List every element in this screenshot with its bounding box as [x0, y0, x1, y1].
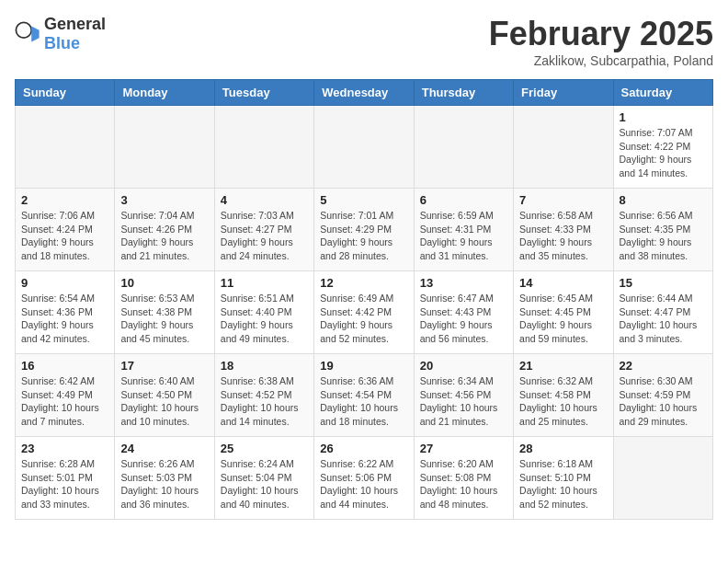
day-info: Sunrise: 6:51 AM Sunset: 4:40 PM Dayligh…: [221, 292, 308, 346]
day-number: 3: [120, 193, 208, 207]
day-number: 13: [420, 276, 507, 290]
day-number: 7: [519, 193, 607, 207]
day-info: Sunrise: 7:06 AM Sunset: 4:24 PM Dayligh…: [21, 209, 108, 263]
day-number: 8: [620, 193, 707, 207]
day-info: Sunrise: 7:07 AM Sunset: 4:22 PM Dayligh…: [620, 126, 707, 180]
calendar-day-cell: 13Sunrise: 6:47 AM Sunset: 4:43 PM Dayli…: [414, 271, 513, 354]
day-number: 1: [620, 110, 707, 124]
weekday-header: Thursday: [414, 80, 513, 106]
calendar-day-cell: 12Sunrise: 6:49 AM Sunset: 4:42 PM Dayli…: [314, 271, 414, 354]
logo-blue: Blue: [44, 34, 80, 52]
logo-icon: [15, 21, 40, 47]
day-info: Sunrise: 6:22 AM Sunset: 5:06 PM Dayligh…: [320, 457, 407, 511]
day-number: 14: [519, 276, 607, 290]
day-number: 17: [120, 359, 208, 373]
day-number: 19: [320, 359, 407, 373]
day-number: 20: [420, 359, 507, 373]
calendar-week-row: 9Sunrise: 6:54 AM Sunset: 4:36 PM Daylig…: [16, 271, 713, 354]
calendar-day-cell: 22Sunrise: 6:30 AM Sunset: 4:59 PM Dayli…: [613, 354, 712, 437]
day-info: Sunrise: 6:42 AM Sunset: 4:49 PM Dayligh…: [21, 374, 108, 429]
calendar-day-cell: 21Sunrise: 6:32 AM Sunset: 4:58 PM Dayli…: [514, 354, 613, 437]
day-info: Sunrise: 6:53 AM Sunset: 4:38 PM Dayligh…: [120, 292, 208, 346]
day-number: 21: [519, 359, 607, 373]
calendar-day-cell: 27Sunrise: 6:20 AM Sunset: 5:08 PM Dayli…: [414, 437, 513, 520]
calendar-day-cell: 26Sunrise: 6:22 AM Sunset: 5:06 PM Dayli…: [314, 437, 414, 520]
calendar-day-cell: 2Sunrise: 7:06 AM Sunset: 4:24 PM Daylig…: [16, 189, 115, 271]
day-number: 18: [221, 359, 308, 373]
calendar-day-cell: 5Sunrise: 7:01 AM Sunset: 4:29 PM Daylig…: [314, 189, 414, 271]
day-info: Sunrise: 7:03 AM Sunset: 4:27 PM Dayligh…: [221, 209, 308, 263]
calendar-day-cell: 19Sunrise: 6:36 AM Sunset: 4:54 PM Dayli…: [314, 354, 414, 437]
month-title: February 2025: [489, 15, 713, 53]
day-info: Sunrise: 6:56 AM Sunset: 4:35 PM Dayligh…: [620, 209, 707, 263]
day-info: Sunrise: 6:47 AM Sunset: 4:43 PM Dayligh…: [420, 292, 507, 346]
calendar-day-cell: 16Sunrise: 6:42 AM Sunset: 4:49 PM Dayli…: [16, 354, 115, 437]
calendar-day-cell: 18Sunrise: 6:38 AM Sunset: 4:52 PM Dayli…: [214, 354, 313, 437]
calendar-day-cell: [214, 106, 313, 189]
day-number: 9: [21, 276, 108, 290]
day-number: 5: [320, 193, 407, 207]
weekday-header: Saturday: [613, 80, 712, 106]
logo: General Blue: [15, 15, 106, 53]
day-info: Sunrise: 6:28 AM Sunset: 5:01 PM Dayligh…: [21, 457, 108, 511]
day-info: Sunrise: 6:30 AM Sunset: 4:59 PM Dayligh…: [620, 374, 707, 429]
day-number: 16: [21, 359, 108, 373]
day-number: 2: [21, 193, 108, 207]
day-number: 25: [221, 442, 308, 455]
day-info: Sunrise: 6:34 AM Sunset: 4:56 PM Dayligh…: [420, 374, 507, 429]
day-info: Sunrise: 6:59 AM Sunset: 4:31 PM Dayligh…: [420, 209, 507, 263]
title-section: February 2025 Zaklikow, Subcarpathia, Po…: [489, 15, 713, 68]
day-number: 10: [120, 276, 208, 290]
day-number: 12: [320, 276, 407, 290]
weekday-header: Tuesday: [214, 80, 313, 106]
day-info: Sunrise: 6:36 AM Sunset: 4:54 PM Dayligh…: [320, 374, 407, 429]
day-info: Sunrise: 6:44 AM Sunset: 4:47 PM Dayligh…: [620, 292, 707, 346]
weekday-header: Friday: [514, 80, 613, 106]
day-info: Sunrise: 6:18 AM Sunset: 5:10 PM Dayligh…: [519, 457, 607, 511]
location-subtitle: Zaklikow, Subcarpathia, Poland: [489, 53, 713, 68]
day-number: 15: [620, 276, 707, 290]
day-info: Sunrise: 6:49 AM Sunset: 4:42 PM Dayligh…: [320, 292, 407, 346]
day-info: Sunrise: 6:54 AM Sunset: 4:36 PM Dayligh…: [21, 292, 108, 346]
calendar-day-cell: 20Sunrise: 6:34 AM Sunset: 4:56 PM Dayli…: [414, 354, 513, 437]
calendar-week-row: 2Sunrise: 7:06 AM Sunset: 4:24 PM Daylig…: [16, 189, 713, 271]
day-info: Sunrise: 6:38 AM Sunset: 4:52 PM Dayligh…: [221, 374, 308, 429]
calendar-day-cell: 17Sunrise: 6:40 AM Sunset: 4:50 PM Dayli…: [115, 354, 214, 437]
day-info: Sunrise: 6:45 AM Sunset: 4:45 PM Dayligh…: [519, 292, 607, 346]
day-number: 26: [320, 442, 407, 455]
day-info: Sunrise: 6:58 AM Sunset: 4:33 PM Dayligh…: [519, 209, 607, 263]
svg-point-0: [16, 22, 31, 38]
calendar-day-cell: [16, 106, 115, 189]
calendar-week-row: 23Sunrise: 6:28 AM Sunset: 5:01 PM Dayli…: [16, 437, 713, 520]
calendar-day-cell: [514, 106, 613, 189]
day-info: Sunrise: 6:20 AM Sunset: 5:08 PM Dayligh…: [420, 457, 507, 511]
calendar-day-cell: [414, 106, 513, 189]
calendar-day-cell: [115, 106, 214, 189]
svg-marker-1: [31, 27, 39, 42]
day-info: Sunrise: 7:04 AM Sunset: 4:26 PM Dayligh…: [120, 209, 208, 263]
calendar-table: SundayMondayTuesdayWednesdayThursdayFrid…: [15, 79, 713, 520]
day-number: 27: [420, 442, 507, 455]
day-number: 28: [519, 442, 607, 455]
weekday-header: Wednesday: [314, 80, 414, 106]
day-number: 24: [120, 442, 208, 455]
calendar-week-row: 16Sunrise: 6:42 AM Sunset: 4:49 PM Dayli…: [16, 354, 713, 437]
day-info: Sunrise: 6:24 AM Sunset: 5:04 PM Dayligh…: [221, 457, 308, 511]
calendar-day-cell: 9Sunrise: 6:54 AM Sunset: 4:36 PM Daylig…: [16, 271, 115, 354]
day-number: 22: [620, 359, 707, 373]
day-number: 4: [221, 193, 308, 207]
calendar-day-cell: 23Sunrise: 6:28 AM Sunset: 5:01 PM Dayli…: [16, 437, 115, 520]
day-info: Sunrise: 6:40 AM Sunset: 4:50 PM Dayligh…: [120, 374, 208, 429]
calendar-day-cell: 8Sunrise: 6:56 AM Sunset: 4:35 PM Daylig…: [613, 189, 712, 271]
weekday-header: Monday: [115, 80, 214, 106]
calendar-header-row: SundayMondayTuesdayWednesdayThursdayFrid…: [16, 80, 713, 106]
calendar-day-cell: 28Sunrise: 6:18 AM Sunset: 5:10 PM Dayli…: [514, 437, 613, 520]
calendar-day-cell: 24Sunrise: 6:26 AM Sunset: 5:03 PM Dayli…: [115, 437, 214, 520]
calendar-day-cell: 7Sunrise: 6:58 AM Sunset: 4:33 PM Daylig…: [514, 189, 613, 271]
calendar-day-cell: 6Sunrise: 6:59 AM Sunset: 4:31 PM Daylig…: [414, 189, 513, 271]
day-number: 23: [21, 442, 108, 455]
calendar-day-cell: 25Sunrise: 6:24 AM Sunset: 5:04 PM Dayli…: [214, 437, 313, 520]
weekday-header: Sunday: [16, 80, 115, 106]
calendar-week-row: 1Sunrise: 7:07 AM Sunset: 4:22 PM Daylig…: [16, 106, 713, 189]
calendar-day-cell: 11Sunrise: 6:51 AM Sunset: 4:40 PM Dayli…: [214, 271, 313, 354]
